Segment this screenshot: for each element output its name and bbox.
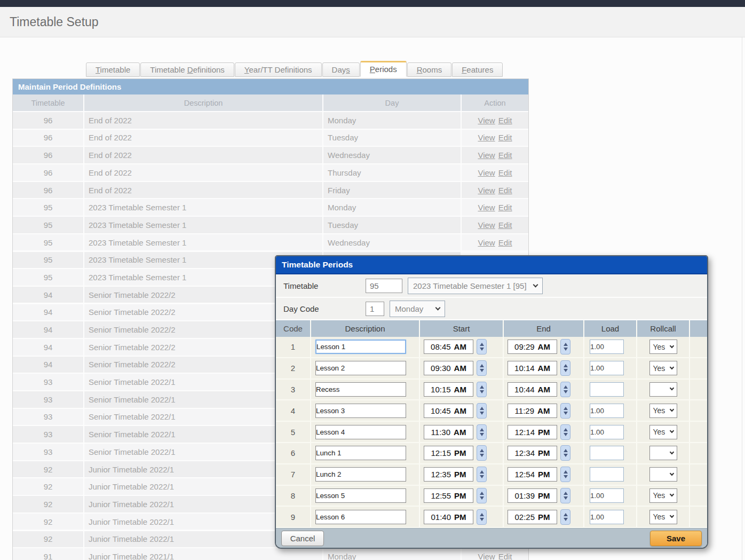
save-button[interactable]: Save (650, 531, 702, 546)
edit-link[interactable]: Edit (498, 552, 512, 560)
period-rollcall-select[interactable]: Yes (649, 361, 677, 375)
end-time-spinner[interactable] (560, 467, 570, 482)
period-description-input[interactable] (315, 382, 406, 397)
start-time-input[interactable]: 10:45 AM (424, 404, 473, 418)
period-rollcall-select[interactable] (649, 382, 677, 397)
cell-action: View Edit (462, 147, 528, 163)
end-time-spinner[interactable] (560, 403, 570, 419)
daycode-input[interactable] (366, 302, 384, 316)
period-load-input[interactable] (590, 510, 624, 524)
start-time-spinner[interactable] (477, 403, 487, 419)
timetable-code-input[interactable] (366, 279, 402, 293)
period-load-input[interactable] (590, 446, 624, 460)
period-load-input[interactable] (590, 382, 624, 397)
period-description-input[interactable] (315, 510, 406, 524)
period-load-input[interactable] (590, 361, 624, 375)
period-description-input[interactable] (315, 340, 406, 354)
period-rollcall-select[interactable]: Yes (649, 404, 677, 418)
end-time-spinner[interactable] (560, 360, 570, 376)
period-description-input[interactable] (315, 446, 406, 460)
tab-periods[interactable]: Periods (360, 61, 407, 77)
end-time-spinner[interactable] (560, 488, 570, 503)
period-load-input[interactable] (590, 467, 624, 482)
start-time-input[interactable]: 12:35 PM (424, 467, 473, 482)
edit-link[interactable]: Edit (498, 151, 512, 160)
end-time-spinner[interactable] (560, 424, 570, 440)
cancel-button[interactable]: Cancel (281, 531, 324, 546)
end-time-input[interactable]: 12:34 PM (508, 446, 557, 460)
cell-day: Friday (323, 182, 461, 199)
tab-rooms[interactable]: Rooms (407, 62, 452, 77)
end-time-input[interactable]: 10:14 AM (508, 361, 557, 375)
tab-days[interactable]: Days (322, 62, 360, 77)
period-code: 8 (276, 486, 311, 506)
end-time-spinner[interactable] (560, 509, 570, 525)
period-description-input[interactable] (315, 488, 406, 503)
period-load-input[interactable] (590, 425, 624, 439)
spinner-down-icon (564, 348, 568, 351)
end-time-input[interactable]: 12:54 PM (508, 467, 557, 482)
view-link[interactable]: View (478, 203, 495, 212)
tab-timetable-definitions[interactable]: Timetable Definitions (140, 62, 234, 77)
tab-year-tt-definitions[interactable]: Year/TT Definitions (235, 62, 322, 77)
edit-link[interactable]: Edit (498, 238, 512, 247)
view-link[interactable]: View (478, 168, 495, 177)
end-time-spinner[interactable] (560, 445, 570, 461)
period-load-input[interactable] (590, 404, 624, 418)
edit-link[interactable]: Edit (498, 203, 512, 212)
end-time-input[interactable]: 12:14 PM (508, 425, 557, 439)
tab-features[interactable]: Features (452, 62, 503, 77)
tab-timetable[interactable]: Timetable (86, 62, 140, 77)
view-link[interactable]: View (478, 151, 495, 160)
start-time-spinner[interactable] (477, 445, 487, 461)
start-time-input[interactable]: 10:15 AM (424, 382, 473, 397)
start-time-input[interactable]: 09:30 AM (424, 361, 473, 375)
period-description-input[interactable] (315, 361, 406, 375)
timetable-select[interactable]: 2023 Timetable Semester 1 [95] (408, 278, 543, 294)
view-link[interactable]: View (478, 133, 495, 142)
start-time-spinner[interactable] (477, 488, 487, 503)
end-time-spinner[interactable] (560, 382, 570, 397)
start-time-spinner[interactable] (477, 339, 487, 354)
start-time-input[interactable]: 12:55 PM (424, 488, 473, 503)
period-rollcall-select[interactable] (649, 446, 677, 460)
start-time-spinner[interactable] (477, 360, 487, 376)
view-link[interactable]: View (478, 116, 495, 125)
start-time-input[interactable]: 12:15 PM (424, 446, 473, 460)
end-time-spinner[interactable] (560, 339, 570, 354)
period-description-input[interactable] (315, 467, 406, 482)
period-rollcall-select[interactable]: Yes (649, 510, 677, 524)
start-time-spinner[interactable] (477, 382, 487, 397)
period-rollcall-select[interactable] (649, 467, 677, 482)
end-time-input[interactable]: 01:39 PM (508, 488, 557, 503)
view-link[interactable]: View (478, 238, 495, 247)
period-rollcall-select[interactable]: Yes (649, 425, 677, 439)
edit-link[interactable]: Edit (498, 168, 512, 177)
end-time-input[interactable]: 10:44 AM (508, 382, 557, 397)
edit-link[interactable]: Edit (498, 186, 512, 195)
daycode-select[interactable]: Monday (390, 301, 445, 317)
edit-link[interactable]: Edit (498, 116, 512, 125)
view-link[interactable]: View (478, 186, 495, 195)
view-link[interactable]: View (478, 552, 495, 560)
end-time-input[interactable]: 02:25 PM (508, 510, 557, 524)
period-rollcall-select[interactable]: Yes (649, 488, 677, 503)
period-description-input[interactable] (315, 404, 406, 418)
start-time-input[interactable]: 11:30 AM (424, 425, 473, 439)
view-link[interactable]: View (478, 220, 495, 230)
start-time-spinner[interactable] (477, 509, 487, 525)
end-time-input[interactable]: 11:29 AM (508, 404, 557, 418)
dialog-title: Timetable Periods (276, 256, 707, 274)
period-load-input[interactable] (590, 340, 624, 354)
period-load-input[interactable] (590, 488, 624, 503)
start-time-input[interactable]: 08:45 AM (424, 340, 473, 354)
start-time-input[interactable]: 01:40 PM (424, 510, 473, 524)
edit-link[interactable]: Edit (498, 220, 512, 230)
start-time-spinner[interactable] (477, 424, 487, 440)
cell-timetable: 95 (13, 217, 83, 233)
edit-link[interactable]: Edit (498, 133, 512, 142)
end-time-input[interactable]: 09:29 AM (508, 340, 557, 354)
start-time-spinner[interactable] (477, 467, 487, 482)
period-description-input[interactable] (315, 425, 406, 439)
period-rollcall-select[interactable]: Yes (649, 340, 677, 354)
